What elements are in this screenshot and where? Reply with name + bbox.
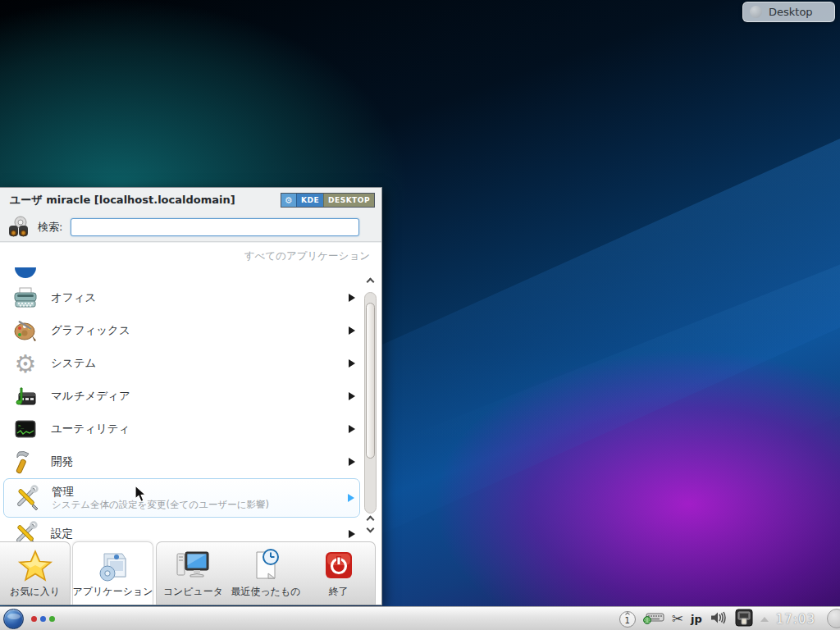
tools-icon: [12, 484, 40, 512]
pager-number: 1: [625, 617, 630, 625]
tab-applications[interactable]: アプリケーション: [72, 541, 153, 605]
scrollbar[interactable]: [363, 279, 378, 538]
menu-item-office[interactable]: オフィス: [3, 281, 360, 314]
scroll-down-icon[interactable]: [367, 525, 375, 533]
tab-label: 最近使ったもの: [231, 585, 300, 599]
submenu-arrow-icon: [348, 494, 354, 502]
dot-icon: [40, 616, 46, 622]
kickoff-search-row: 検索:: [0, 212, 381, 242]
menu-item-label: 管理: [52, 485, 269, 499]
tab-label: お気に入り: [10, 585, 60, 599]
scrollbar-track[interactable]: [364, 292, 377, 514]
internet-globe-icon: [11, 267, 39, 281]
device-notifier-icon[interactable]: [735, 609, 753, 630]
dot-icon: [31, 616, 37, 622]
star-icon: [17, 547, 53, 585]
tab-leave[interactable]: 終了: [302, 542, 375, 605]
submenu-arrow-icon: [349, 359, 355, 368]
tools-icon: [11, 520, 39, 541]
menu-item-development[interactable]: 開発: [3, 445, 360, 478]
clipboard-scissors-icon[interactable]: ✂: [672, 612, 683, 626]
tab-label: アプリケーション: [73, 585, 153, 599]
submenu-arrow-icon: [349, 326, 355, 335]
recent-documents-icon: [247, 547, 285, 585]
palette-icon: [11, 317, 39, 345]
menu-item-system[interactable]: ⚙ システム: [3, 347, 360, 380]
panel-toolbox-cashew-icon[interactable]: [827, 609, 840, 628]
submenu-arrow-icon: [349, 294, 355, 302]
hammer-icon: [11, 448, 39, 476]
applications-box-icon: [94, 547, 132, 585]
desktop-pager[interactable]: 1: [619, 611, 636, 628]
menu-item-label: オフィス: [51, 290, 96, 305]
kickoff-user-title: ユーザ miracle [localhost.localdomain]: [10, 193, 235, 208]
folder-widget-title: Desktop: [769, 6, 813, 18]
tab-computer[interactable]: コンピュータ: [157, 542, 230, 605]
menu-item-graphics[interactable]: グラフィックス: [3, 314, 360, 347]
submenu-arrow-icon: [349, 392, 355, 400]
keyboard-layout-indicator[interactable]: jp: [691, 613, 702, 625]
application-launcher-button[interactable]: [3, 609, 24, 629]
scrollbar-thumb[interactable]: [366, 303, 375, 459]
svg-text:>_: >_: [18, 422, 25, 429]
menu-item-label: マルチメディア: [51, 389, 130, 404]
mouse-cursor: [134, 485, 150, 503]
typewriter-icon: [11, 284, 39, 312]
bottom-panel: 1 ✂ jp: [0, 606, 840, 630]
computer-icon: [174, 547, 212, 585]
scroll-up-icon[interactable]: [367, 516, 375, 524]
tab-favorites[interactable]: お気に入り: [0, 541, 71, 605]
tab-label: 終了: [329, 585, 349, 599]
power-icon: [322, 547, 356, 585]
search-input[interactable]: [71, 218, 359, 236]
folder-view-widget[interactable]: Desktop: [742, 2, 835, 22]
kickoff-menu: ユーザ miracle [localhost.localdomain] ⚙ KD…: [0, 187, 382, 605]
desktop-badge-label: DESKTOP: [323, 194, 374, 207]
tray-expander-icon[interactable]: [760, 617, 769, 622]
keyboard-layout-icon[interactable]: [643, 610, 664, 628]
gear-icon: ⚙: [11, 349, 39, 377]
kde-badge-label: KDE: [296, 194, 323, 207]
menu-item-internet[interactable]: [3, 267, 360, 281]
activity-dots: [31, 616, 55, 622]
submenu-arrow-icon: [349, 530, 355, 538]
terminal-icon: >_: [11, 415, 39, 443]
kickoff-tab-bar: お気に入り アプリケーション: [0, 541, 381, 605]
submenu-arrow-icon: [349, 425, 355, 433]
menu-item-administration[interactable]: 管理 システム全体の設定を変更(全てのユーザーに影響): [3, 478, 360, 518]
binoculars-search-icon: [7, 215, 33, 240]
desktop: Desktop ユーザ miracle [localhost.localdoma…: [0, 0, 840, 630]
folder-widget-icon: [750, 6, 762, 18]
kde-gear-icon: ⚙: [281, 194, 296, 207]
menu-item-label: システム: [51, 356, 96, 371]
kde-desktop-badge: ⚙ KDE DESKTOP: [281, 193, 375, 208]
multimedia-icon: [11, 382, 39, 410]
tab-recently-used[interactable]: 最近使ったもの: [230, 542, 303, 605]
digital-clock[interactable]: 17:03: [776, 612, 815, 627]
kickoff-header: ユーザ miracle [localhost.localdomain] ⚙ KD…: [0, 188, 381, 212]
menu-item-label: グラフィックス: [51, 323, 130, 338]
application-category-list: オフィス グラフィックス: [3, 267, 360, 541]
system-tray: 1 ✂ jp: [619, 607, 815, 630]
menu-item-label: 開発: [51, 454, 73, 469]
scroll-up-icon[interactable]: [367, 278, 375, 286]
menu-item-label: 設定: [51, 527, 73, 541]
volume-icon[interactable]: [710, 610, 728, 628]
tab-label: コンピュータ: [163, 585, 223, 599]
dot-icon: [49, 616, 55, 622]
menu-item-description: システム全体の設定を変更(全てのユーザーに影響): [52, 499, 269, 510]
menu-item-settings[interactable]: 設定: [3, 518, 360, 541]
kickoff-content: すべてのアプリケーション: [0, 243, 381, 541]
breadcrumb[interactable]: すべてのアプリケーション: [244, 249, 370, 263]
submenu-arrow-icon: [349, 458, 355, 466]
menu-item-label: ユーティリティ: [51, 422, 130, 436]
menu-item-utilities[interactable]: >_ ユーティリティ: [3, 413, 360, 445]
menu-item-multimedia[interactable]: マルチメディア: [3, 380, 360, 413]
search-label: 検索:: [38, 220, 62, 235]
